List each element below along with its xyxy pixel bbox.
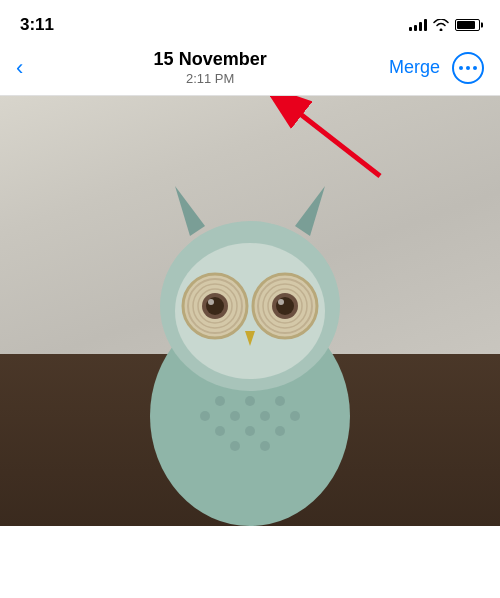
merge-button[interactable]: Merge <box>389 57 440 78</box>
nav-subtitle: 2:11 PM <box>31 71 389 86</box>
back-button[interactable]: ‹ <box>16 51 31 85</box>
more-button[interactable] <box>452 52 484 84</box>
svg-marker-4 <box>175 186 205 236</box>
svg-point-30 <box>230 441 240 451</box>
nav-actions: Merge <box>389 52 484 84</box>
nav-title-block: 15 November 2:11 PM <box>31 49 389 86</box>
svg-point-28 <box>290 411 300 421</box>
svg-point-20 <box>278 299 284 305</box>
status-bar: 3:11 <box>0 0 500 44</box>
wifi-icon <box>433 19 449 31</box>
svg-point-31 <box>245 426 255 436</box>
photo-area <box>0 96 500 526</box>
svg-marker-5 <box>295 186 325 236</box>
svg-point-12 <box>206 297 224 315</box>
more-dots-icon <box>459 66 477 70</box>
battery-icon <box>455 19 480 31</box>
status-time: 3:11 <box>20 15 54 35</box>
svg-point-13 <box>208 299 214 305</box>
status-icons <box>409 19 480 31</box>
svg-point-24 <box>245 396 255 406</box>
nav-bar: ‹ 15 November 2:11 PM Merge <box>0 44 500 96</box>
svg-point-27 <box>200 411 210 421</box>
svg-point-25 <box>260 411 270 421</box>
svg-point-29 <box>215 426 225 436</box>
svg-point-32 <box>260 441 270 451</box>
signal-icon <box>409 19 427 31</box>
svg-point-23 <box>230 411 240 421</box>
svg-point-26 <box>275 396 285 406</box>
svg-point-19 <box>276 297 294 315</box>
svg-point-33 <box>275 426 285 436</box>
nav-title: 15 November <box>31 49 389 71</box>
owl-scene <box>0 96 500 526</box>
owl-figure <box>90 146 410 526</box>
svg-point-22 <box>215 396 225 406</box>
